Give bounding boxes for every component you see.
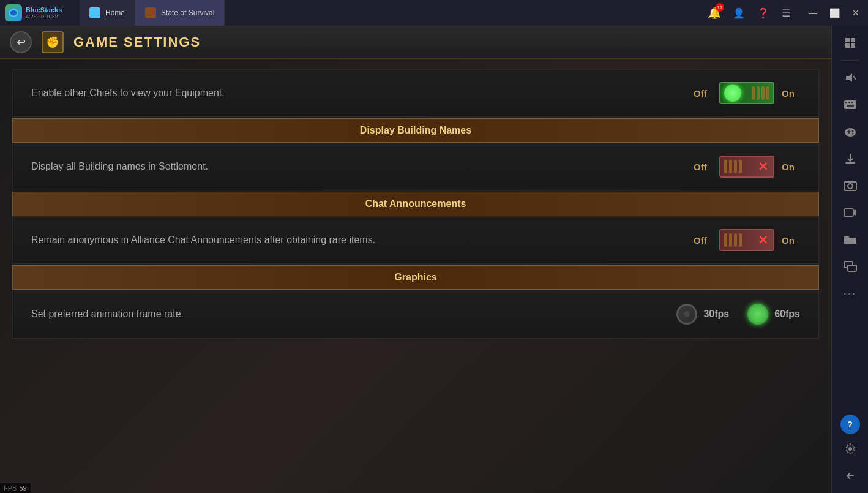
fps-30-radio[interactable] xyxy=(676,304,697,325)
graphics-header: Graphics xyxy=(12,265,819,290)
sidebar-multiinstance-icon[interactable] xyxy=(838,254,862,279)
app-version: 4.260.0.1032 xyxy=(26,13,62,20)
fps-30-option[interactable]: 30fps xyxy=(676,304,729,325)
chat-toggle-group: Off ✕ On xyxy=(694,229,800,251)
toggle-stripes-off-2 xyxy=(724,233,742,247)
bluestacks-logo: BlueStacks 4.260.0.1032 xyxy=(0,4,80,21)
toggle-x-icon-2: ✕ xyxy=(758,233,768,247)
svg-rect-25 xyxy=(848,265,856,271)
settings-icon-box: ✊ xyxy=(42,31,64,53)
content-wrapper: Enable other Chiefs to view your Equipme… xyxy=(0,59,868,493)
page-title: GAME SETTINGS xyxy=(73,34,201,50)
sidebar-gamepad-icon[interactable] xyxy=(838,119,862,144)
game-settings-header: ↩ ✊ GAME SETTINGS ✕ xyxy=(0,26,868,59)
sidebar-folder-icon[interactable] xyxy=(838,227,862,252)
svg-rect-15 xyxy=(847,131,851,132)
chat-announcements-title: Chat Announcements xyxy=(365,198,466,209)
equipment-setting-label: Enable other Chiefs to view your Equipme… xyxy=(31,86,225,100)
toggle-stripes-off xyxy=(724,160,742,173)
sidebar-expand-icon[interactable] xyxy=(838,31,862,55)
bluestacks-text: BlueStacks 4.260.0.1032 xyxy=(26,6,62,20)
main-content: Enable other Chiefs to view your Equipme… xyxy=(0,59,831,493)
svg-rect-3 xyxy=(851,38,855,42)
back-button[interactable]: ↩ xyxy=(10,31,32,53)
equipment-section: Enable other Chiefs to view your Equipme… xyxy=(12,69,819,117)
stripe-3 xyxy=(761,86,765,100)
building-on-label: On xyxy=(782,162,800,172)
svg-point-20 xyxy=(848,184,853,189)
home-tab-label: Home xyxy=(105,9,125,17)
sidebar-download-icon[interactable] xyxy=(838,146,862,171)
equipment-toggle[interactable] xyxy=(719,82,774,104)
window-close-button[interactable]: ✕ xyxy=(848,7,863,19)
chat-toggle[interactable]: ✕ xyxy=(719,229,774,251)
window-controls: — ⬜ ✕ xyxy=(805,7,863,19)
sos-tab-icon xyxy=(145,7,156,18)
equipment-on-label: On xyxy=(782,88,800,99)
stripe-2 xyxy=(729,160,732,173)
chat-off-label: Off xyxy=(694,235,712,246)
sidebar-keyboard-icon[interactable] xyxy=(838,92,862,117)
title-bar: BlueStacks 4.260.0.1032 Home State of Su… xyxy=(0,0,868,26)
chat-label: Remain anonymous in Alliance Chat Announ… xyxy=(31,233,375,247)
toggle-stripes xyxy=(752,86,769,100)
sidebar-back-icon[interactable] xyxy=(838,464,862,488)
stripe-4 xyxy=(766,86,769,100)
toggle-knob xyxy=(724,85,741,102)
restore-button[interactable]: ⬜ xyxy=(826,7,844,19)
help-button[interactable]: ? xyxy=(840,415,860,434)
sidebar-screenshot-icon[interactable] xyxy=(838,173,862,198)
notification-button[interactable]: 🔔 17 xyxy=(706,4,723,21)
building-names-toggle-group: Off ✕ On xyxy=(694,156,800,178)
stripe-4 xyxy=(739,160,742,173)
building-names-section: Display Building Names Display all Build… xyxy=(12,118,819,190)
sidebar-settings-icon[interactable] xyxy=(838,437,862,461)
app-name: BlueStacks xyxy=(26,6,62,13)
stripe-3 xyxy=(734,233,737,247)
fps-60-option[interactable]: 60fps xyxy=(747,304,800,325)
fist-icon: ✊ xyxy=(46,36,59,49)
building-names-row: Display all Building names in Settlement… xyxy=(12,143,819,190)
building-names-toggle[interactable]: ✕ xyxy=(719,156,774,178)
fps-60-radio[interactable] xyxy=(747,304,768,325)
stripe-2 xyxy=(757,86,760,100)
sidebar-volume-icon[interactable] xyxy=(838,66,862,90)
stripe-1 xyxy=(724,233,727,247)
svg-point-26 xyxy=(848,447,852,451)
equipment-off-label: Off xyxy=(694,88,712,99)
graphics-title: Graphics xyxy=(394,272,436,282)
sidebar-record-icon[interactable] xyxy=(838,200,862,225)
sidebar-divider-1 xyxy=(841,60,859,61)
fps-word: FPS xyxy=(4,484,17,492)
svg-rect-2 xyxy=(845,38,850,42)
svg-point-17 xyxy=(851,133,853,135)
building-off-label: Off xyxy=(694,162,712,172)
equipment-setting-row: Enable other Chiefs to view your Equipme… xyxy=(12,69,819,117)
fps-options: 30fps 60fps xyxy=(676,304,800,325)
toggle-x-icon: ✕ xyxy=(758,159,768,174)
chat-announcements-row: Remain anonymous in Alliance Chat Announ… xyxy=(12,216,819,264)
chat-announcements-section: Chat Announcements Remain anonymous in A… xyxy=(12,192,819,264)
sidebar-more-icon[interactable]: ··· xyxy=(838,281,862,306)
svg-rect-10 xyxy=(848,102,850,103)
title-bar-right: 🔔 17 👤 ❓ ☰ — ⬜ ✕ xyxy=(706,4,868,21)
chat-announcements-header: Chat Announcements xyxy=(12,192,819,216)
stripe-3 xyxy=(734,160,737,173)
svg-rect-9 xyxy=(845,102,847,103)
tab-home[interactable]: Home xyxy=(80,0,135,26)
minimize-button[interactable]: — xyxy=(805,7,821,19)
graphics-section: Graphics Set preferred animation frame r… xyxy=(12,265,819,339)
back-arrow-icon: ↩ xyxy=(17,36,26,49)
svg-marker-6 xyxy=(846,73,852,82)
equipment-toggle-group: Off On xyxy=(694,82,800,104)
help-icon[interactable]: ❓ xyxy=(755,5,772,21)
account-icon[interactable]: 👤 xyxy=(730,5,747,21)
stripe-1 xyxy=(752,86,755,100)
stripe-1 xyxy=(724,160,727,173)
fps-counter: FPS 59 xyxy=(0,483,31,493)
help-icon: ? xyxy=(847,420,853,429)
chat-on-label: On xyxy=(782,235,800,246)
tab-state-of-survival[interactable]: State of Survival xyxy=(135,0,225,26)
menu-icon[interactable]: ☰ xyxy=(779,5,793,21)
fps-setting-label: Set preferred animation frame rate. xyxy=(31,307,184,321)
